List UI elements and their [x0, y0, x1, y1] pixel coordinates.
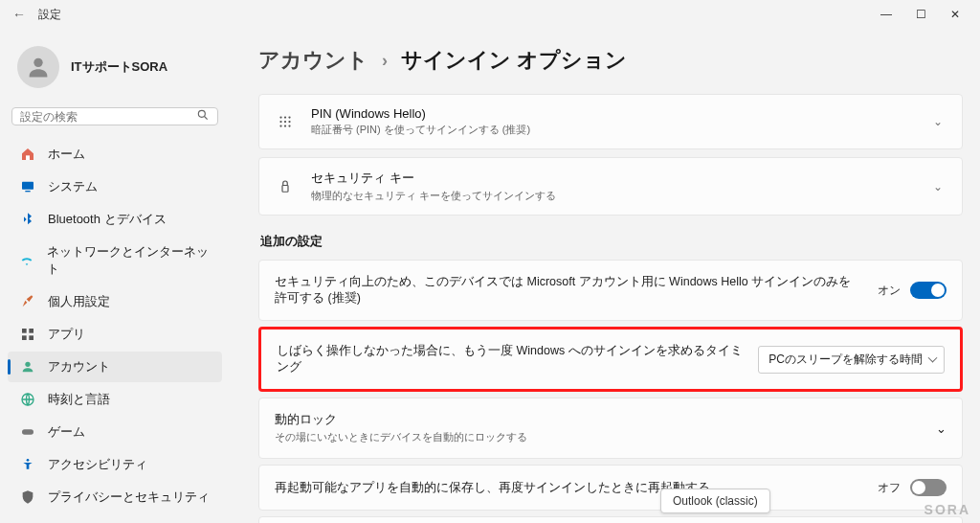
sidebar-item-label: アプリ [48, 326, 85, 343]
sidebar-item-label: アクセシビリティ [48, 456, 147, 473]
breadcrumb-parent[interactable]: アカウント [258, 46, 368, 75]
home-icon [19, 146, 36, 163]
svg-point-17 [279, 121, 281, 123]
svg-point-0 [33, 58, 42, 67]
sidebar-item-accounts[interactable]: アカウント [8, 352, 222, 382]
sidebar-item-time-language[interactable]: 時刻と言語 [8, 384, 222, 415]
shield-icon [19, 489, 36, 506]
sidebar-item-label: Bluetooth とデバイス [48, 211, 167, 228]
card-title: セキュリティ キー [311, 170, 914, 187]
svg-point-21 [284, 125, 286, 126]
sidebar-item-system[interactable]: システム [8, 171, 222, 202]
row-restart-apps: 再起動可能なアプリを自動的に保存し、再度サインインしたときに再起動する オフ [258, 465, 963, 511]
toggle-hello-only[interactable] [910, 282, 947, 299]
svg-rect-9 [29, 335, 33, 340]
svg-point-18 [284, 121, 286, 123]
user-name: ITサポートSORA [71, 58, 167, 76]
bluetooth-icon [19, 211, 36, 228]
toggle-restart-apps[interactable] [910, 479, 947, 496]
taskbar-preview-chip[interactable]: Outlook (classic) [660, 489, 770, 513]
svg-point-15 [284, 116, 286, 118]
signin-option-security-key[interactable]: セキュリティ キー 物理的なセキュリティ キーを使ってサインインする ⌄ [258, 157, 963, 216]
sidebar-item-accessibility[interactable]: アクセシビリティ [8, 449, 222, 480]
signin-option-pin[interactable]: PIN (Windows Hello) 暗証番号 (PIN) を使ってサインイン… [258, 94, 963, 149]
svg-point-22 [288, 125, 290, 126]
sidebar-item-label: ホーム [48, 146, 85, 163]
sidebar-item-bluetooth[interactable]: Bluetooth とデバイス [8, 204, 222, 235]
card-title: PIN (Windows Hello) [311, 106, 914, 121]
keypad-icon [275, 111, 296, 132]
search-input[interactable] [20, 110, 196, 124]
sidebar-item-home[interactable]: ホーム [8, 139, 222, 170]
key-icon [275, 176, 296, 197]
svg-point-1 [198, 110, 205, 117]
sidebar-item-label: システム [48, 178, 98, 195]
chevron-right-icon: › [382, 51, 388, 71]
chevron-down-icon: ⌄ [936, 421, 947, 436]
sidebar-item-label: プライバシーとセキュリティ [48, 489, 210, 506]
sidebar-item-label: ネットワークとインターネット [47, 243, 211, 278]
svg-point-20 [279, 125, 281, 126]
svg-rect-3 [26, 155, 30, 160]
card-subtitle: 物理的なセキュリティ キーを使ってサインインする [311, 189, 914, 203]
toggle-state-label: オン [878, 283, 901, 299]
chevron-down-icon: ⌄ [929, 180, 947, 193]
sidebar-item-privacy[interactable]: プライバシーとセキュリティ [8, 482, 222, 512]
sidebar-item-windows-update[interactable]: Windows Update [8, 514, 222, 523]
row-title: 動的ロック [275, 412, 921, 428]
svg-rect-5 [25, 191, 30, 192]
svg-point-14 [279, 116, 281, 118]
svg-point-19 [288, 121, 290, 123]
sidebar-item-label: 時刻と言語 [48, 391, 110, 408]
sidebar-item-label: 個人用設定 [48, 293, 110, 310]
svg-line-2 [205, 117, 208, 120]
search-box[interactable] [11, 107, 218, 125]
main-content: アカウント › サインイン オプション PIN (Windows Hello) … [230, 29, 980, 523]
dropdown-require-signin-timing[interactable]: PCのスリープを解除する時間 [758, 346, 945, 374]
svg-point-16 [288, 116, 290, 118]
svg-rect-8 [22, 335, 27, 340]
breadcrumb: アカウント › サインイン オプション [258, 46, 963, 75]
sidebar-item-gaming[interactable]: ゲーム [8, 417, 222, 447]
avatar [17, 46, 59, 88]
sidebar-item-apps[interactable]: アプリ [8, 319, 222, 350]
row-subtitle: その場にいないときにデバイスを自動的にロックする [275, 430, 921, 444]
brush-icon [19, 293, 36, 310]
svg-rect-6 [22, 329, 27, 333]
row-show-email: サインイン画面に電子メール アドレスなどのアカウントの詳細を表示します。 オフ [258, 516, 963, 523]
svg-rect-12 [22, 429, 33, 434]
row-text: 再起動可能なアプリを自動的に保存し、再度サインインしたときに再起動する [275, 480, 862, 496]
chevron-down-icon: ⌄ [929, 115, 947, 128]
window-title: 設定 [38, 7, 61, 23]
maximize-button[interactable]: ☐ [903, 8, 938, 21]
breadcrumb-current: サインイン オプション [401, 46, 627, 75]
row-hello-only: セキュリティ向上のため、このデバイスでは Microsoft アカウント用に W… [258, 260, 963, 321]
minimize-button[interactable]: — [869, 8, 903, 21]
svg-point-13 [27, 459, 30, 462]
toggle-state-label: オフ [878, 480, 901, 496]
row-text: セキュリティ向上のため、このデバイスでは Microsoft アカウント用に W… [275, 274, 862, 307]
user-block[interactable]: ITサポートSORA [8, 38, 222, 103]
gamepad-icon [19, 423, 36, 441]
nav-list: ホーム システム Bluetooth とデバイス ネットワークとインターネット … [8, 139, 222, 523]
titlebar: ← 設定 — ☐ ✕ [0, 0, 980, 29]
sidebar-item-label: アカウント [48, 358, 110, 375]
person-icon [25, 54, 52, 80]
account-icon [19, 358, 36, 375]
back-button[interactable]: ← [8, 7, 31, 22]
svg-rect-7 [29, 329, 33, 333]
svg-rect-4 [22, 182, 33, 190]
row-text: しばらく操作しなかった場合に、もう一度 Windows へのサインインを求めるタ… [277, 343, 743, 375]
svg-point-10 [25, 362, 30, 367]
row-dynamic-lock[interactable]: 動的ロック その場にいないときにデバイスを自動的にロックする ⌄ [258, 398, 963, 459]
sidebar-item-personalization[interactable]: 個人用設定 [8, 286, 222, 317]
watermark: SORA [924, 502, 970, 517]
accessibility-icon [19, 456, 36, 473]
search-icon [196, 108, 210, 125]
sidebar-item-label: ゲーム [48, 423, 85, 441]
globe-icon [19, 391, 36, 408]
section-title-additional: 追加の設定 [260, 233, 963, 250]
system-icon [19, 178, 36, 195]
sidebar-item-network[interactable]: ネットワークとインターネット [8, 237, 222, 284]
close-button[interactable]: ✕ [938, 8, 972, 21]
